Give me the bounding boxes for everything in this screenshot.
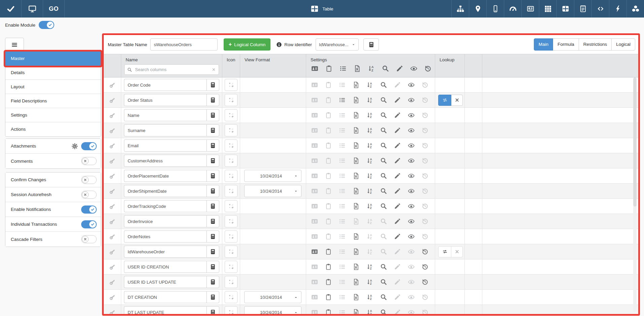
eye-icon[interactable] — [408, 172, 415, 179]
icon-picker-button[interactable]: ♥♫▪◆ — [225, 109, 237, 121]
history-icon[interactable] — [422, 279, 428, 285]
calculator-button[interactable] — [206, 185, 219, 197]
clipboard-icon[interactable] — [325, 157, 332, 164]
clipboard-icon[interactable] — [325, 188, 332, 194]
attachments-toggle[interactable] — [81, 142, 97, 150]
list-icon[interactable] — [339, 263, 346, 270]
individual-transactions-toggle[interactable] — [81, 220, 97, 228]
excel-file-icon[interactable] — [353, 263, 359, 270]
search-icon[interactable] — [380, 279, 387, 285]
sort-alpha-icon[interactable]: AZ — [368, 65, 375, 72]
calculator-button[interactable] — [206, 79, 219, 91]
icon-picker-button[interactable]: ♥♫▪◆ — [225, 230, 237, 243]
column-name-input[interactable] — [124, 139, 206, 152]
eye-icon[interactable] — [408, 82, 415, 88]
column-name-input[interactable] — [124, 230, 206, 243]
pencil-icon[interactable] — [394, 157, 401, 164]
icon-picker-button[interactable]: ♥♫▪◆ — [225, 185, 237, 197]
column-name-input[interactable] — [124, 246, 206, 258]
search-icon[interactable] — [380, 127, 387, 134]
clipboard-icon[interactable] — [325, 248, 332, 255]
eye-icon[interactable] — [408, 248, 415, 255]
sitemap-icon-button[interactable] — [451, 0, 469, 18]
history-icon[interactable] — [422, 188, 428, 194]
eye-icon[interactable] — [408, 309, 415, 316]
clipboard-icon[interactable] — [325, 263, 332, 270]
sort-alpha-icon[interactable]: AZ — [366, 203, 373, 210]
icon-picker-button[interactable]: ♥♫▪◆ — [225, 215, 237, 227]
sort-alpha-icon[interactable]: AZ — [366, 248, 373, 255]
excel-file-icon[interactable] — [353, 127, 359, 134]
code-icon-button[interactable] — [591, 0, 609, 18]
view-format-select[interactable]: 10/24/2014 — [244, 170, 301, 182]
calculator-button[interactable] — [206, 276, 219, 288]
sidebar-menu-button[interactable] — [5, 38, 24, 52]
calculator-button[interactable] — [206, 246, 219, 258]
eye-icon[interactable] — [408, 233, 415, 240]
pencil-icon[interactable] — [394, 294, 401, 301]
column-name-input[interactable] — [124, 94, 206, 106]
list-icon[interactable] — [339, 248, 346, 255]
id-card-icon[interactable] — [311, 248, 318, 255]
calculator-button[interactable] — [206, 261, 219, 273]
clipboard-icon[interactable] — [325, 218, 332, 225]
column-name-input[interactable] — [124, 109, 206, 121]
row-identifier-select[interactable]: IdWarehouse... — [316, 38, 359, 51]
search-icon[interactable] — [380, 112, 387, 119]
search-icon[interactable] — [380, 97, 387, 103]
id-card-icon[interactable] — [311, 157, 318, 164]
pencil-icon[interactable] — [394, 263, 401, 270]
master-table-name-input[interactable] — [150, 38, 218, 51]
add-logical-column-button[interactable]: + Logical Column — [224, 38, 270, 51]
history-icon[interactable] — [422, 97, 428, 103]
eye-icon[interactable] — [408, 127, 415, 134]
list-icon[interactable] — [339, 142, 346, 149]
sidebar-item-field-descriptions[interactable]: Field Descriptions — [5, 94, 101, 108]
eye-icon[interactable] — [408, 97, 415, 103]
excel-file-icon[interactable] — [353, 112, 359, 119]
icon-picker-button[interactable]: ♥♫▪◆ — [225, 94, 237, 106]
list-icon[interactable] — [339, 82, 346, 88]
id-card-icon[interactable] — [311, 65, 318, 72]
vertical-scrollbar[interactable] — [633, 77, 637, 312]
id-card-icon[interactable] — [311, 172, 318, 179]
excel-file-icon[interactable] — [353, 279, 359, 285]
excel-file-icon[interactable] — [353, 82, 359, 88]
list-icon[interactable] — [339, 172, 346, 179]
tab-formula[interactable]: Formula — [553, 38, 579, 51]
calculator-button[interactable] — [206, 215, 219, 227]
comments-toggle[interactable] — [81, 157, 97, 165]
session-autorefresh-toggle[interactable] — [81, 191, 97, 199]
sort-alpha-icon[interactable]: AZ — [366, 127, 373, 134]
excel-file-icon[interactable] — [353, 203, 359, 210]
column-name-input[interactable] — [124, 200, 206, 212]
id-card-icon[interactable] — [311, 188, 318, 194]
column-name-input[interactable] — [124, 291, 206, 303]
pencil-icon[interactable] — [396, 65, 403, 72]
id-card-icon[interactable] — [311, 309, 318, 316]
sort-alpha-icon[interactable]: AZ — [366, 279, 373, 285]
calculator-button[interactable] — [206, 139, 219, 152]
view-format-select[interactable]: 10/24/2014 — [244, 185, 301, 197]
sidebar-item-layout[interactable]: Layout — [5, 80, 101, 94]
history-icon[interactable] — [422, 112, 428, 119]
sort-alpha-icon[interactable]: AZ — [366, 82, 373, 88]
lookup-remove-button[interactable] — [451, 246, 463, 257]
search-columns-input[interactable] — [134, 67, 209, 72]
list-icon[interactable] — [339, 97, 346, 103]
sidebar-item-details[interactable]: Details — [5, 66, 101, 80]
excel-file-icon[interactable] — [353, 142, 359, 149]
go-button[interactable]: GO — [43, 0, 65, 18]
search-icon[interactable] — [380, 188, 387, 194]
grid-icon-button[interactable] — [539, 0, 556, 18]
eye-icon[interactable] — [408, 218, 415, 225]
view-format-select[interactable]: 10/24/2014 — [244, 306, 301, 316]
icon-picker-button[interactable]: ♥♫▪◆ — [225, 139, 237, 152]
calculator-button[interactable] — [206, 124, 219, 136]
sidebar-item-actions[interactable]: Actions — [5, 122, 101, 136]
calculator-button[interactable] — [363, 38, 379, 51]
search-icon[interactable] — [380, 142, 387, 149]
enable-notifications-toggle[interactable] — [81, 206, 97, 214]
lookup-exchange-button[interactable] — [438, 95, 451, 106]
list-icon[interactable] — [339, 203, 346, 210]
